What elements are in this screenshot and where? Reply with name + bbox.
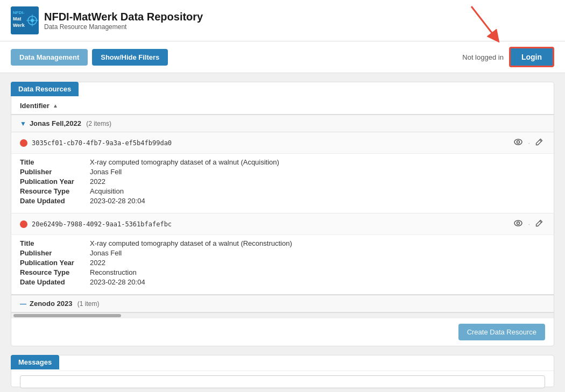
identifier-column-header: Identifier ▲ <box>20 102 58 110</box>
app-subtitle: Data Resource Management <box>44 23 203 31</box>
collapse-group-icon[interactable]: ▼ <box>20 120 26 127</box>
app-header: NFDI- Mat Werk NFDI-MatWerk Data Reposit… <box>0 0 565 41</box>
detail-date-updated-1: Date Updated 2023-02-28 20:04 <box>20 197 545 205</box>
header-title-area: NFDI-MatWerk Data Repository Data Resour… <box>44 11 203 31</box>
svg-text:Mat: Mat <box>13 16 22 22</box>
detail-title-2: Title X-ray computed tomography dataset … <box>20 239 545 247</box>
messages-tab: Messages <box>11 355 59 369</box>
group-name-jonas-fell: Jonas Fell,2022 <box>30 119 81 127</box>
item-id-text-2: 20e6249b-7988-4092-9aa1-5361bfafefbc <box>32 220 507 228</box>
logo-area: NFDI- Mat Werk NFDI-MatWerk Data Reposit… <box>11 6 203 34</box>
edit-button-1[interactable] <box>533 137 545 148</box>
detail-pub-year-1: Publication Year 2022 <box>20 177 545 186</box>
detail-publisher-2: Publisher Jonas Fell <box>20 249 545 257</box>
messages-panel: Messages <box>11 355 554 387</box>
detail-publisher-1: Publisher Jonas Fell <box>20 168 545 176</box>
svg-point-11 <box>517 141 520 144</box>
group-header-jonas-fell: ▼ Jonas Fell,2022 (2 items) <box>11 115 554 132</box>
login-button[interactable]: Login <box>509 47 554 67</box>
create-data-resource-button[interactable]: Create Data Resource <box>458 324 545 340</box>
group-header-zenodo: — Zenodo 2023 (1 item) <box>11 295 554 312</box>
panel-body[interactable]: ▼ Jonas Fell,2022 (2 items) 3035cf01-cb7… <box>11 115 554 312</box>
data-item-2: 20e6249b-7988-4092-9aa1-5361bfafefbc · <box>11 213 554 295</box>
item-id-row-2: 20e6249b-7988-4092-9aa1-5361bfafefbc · <box>11 213 554 235</box>
svg-text:Werk: Werk <box>13 23 25 28</box>
group-name-zenodo: Zenodo 2023 <box>30 300 72 308</box>
table-header: Identifier ▲ <box>11 97 554 115</box>
item-actions-1: · <box>512 137 545 149</box>
item-id-row-1: 3035cf01-cb70-4fb7-9a3a-ef5b4fb99da0 · <box>11 132 554 154</box>
detail-date-updated-2: Date Updated 2023-02-28 20:04 <box>20 278 545 286</box>
svg-point-10 <box>514 139 522 145</box>
view-button-1[interactable] <box>512 137 525 149</box>
item-details-1: Title X-ray computed tomography dataset … <box>11 154 554 213</box>
data-resources-tab: Data Resources <box>11 82 79 96</box>
group-count-jonas-fell: (2 items) <box>84 120 111 127</box>
app-title: NFDI-MatWerk Data Repository <box>44 11 203 23</box>
data-item-1: 3035cf01-cb70-4fb7-9a3a-ef5b4fb99da0 · <box>11 132 554 213</box>
item-status-icon-2 <box>20 220 27 228</box>
messages-content <box>11 370 554 392</box>
login-button-wrapper: Login <box>509 47 554 67</box>
toolbar: Data Management Show/Hide Filters Not lo… <box>0 41 565 73</box>
hscroll-thumb[interactable] <box>13 314 121 317</box>
data-resources-panel: Data Resources Identifier ▲ ▼ Jonas Fell… <box>11 82 554 346</box>
edit-button-2[interactable] <box>533 218 545 230</box>
item-actions-2: · <box>512 218 545 230</box>
action-separator-1: · <box>528 139 530 147</box>
detail-title-1: Title X-ray computed tomography dataset … <box>20 158 545 166</box>
item-id-text-1: 3035cf01-cb70-4fb7-9a3a-ef5b4fb99da0 <box>32 139 507 147</box>
horizontal-scrollbar[interactable] <box>11 312 554 318</box>
detail-pub-year-2: Publication Year 2022 <box>20 259 545 267</box>
detail-resource-type-2: Resource Type Reconstruction <box>20 268 545 276</box>
view-button-2[interactable] <box>512 218 525 230</box>
app-logo: NFDI- Mat Werk <box>11 6 39 34</box>
collapse-zenodo-icon[interactable]: — <box>20 300 26 308</box>
data-management-button[interactable]: Data Management <box>11 49 88 66</box>
main-content: Data Resources Identifier ▲ ▼ Jonas Fell… <box>0 73 565 392</box>
action-separator-2: · <box>528 220 530 228</box>
item-status-icon-1 <box>20 139 27 147</box>
svg-point-13 <box>514 220 522 226</box>
item-details-2: Title X-ray computed tomography dataset … <box>11 235 554 294</box>
svg-point-14 <box>517 222 520 225</box>
svg-text:NFDI-: NFDI- <box>13 10 25 15</box>
sort-asc-icon[interactable]: ▲ <box>53 103 58 109</box>
show-hide-filters-button[interactable]: Show/Hide Filters <box>92 49 168 66</box>
panel-footer: Create Data Resource <box>11 318 554 346</box>
login-status: Not logged in <box>462 53 504 61</box>
group-count-zenodo: (1 item) <box>75 300 99 308</box>
messages-input-area[interactable] <box>20 375 545 388</box>
detail-resource-type-1: Resource Type Acquisition <box>20 187 545 195</box>
